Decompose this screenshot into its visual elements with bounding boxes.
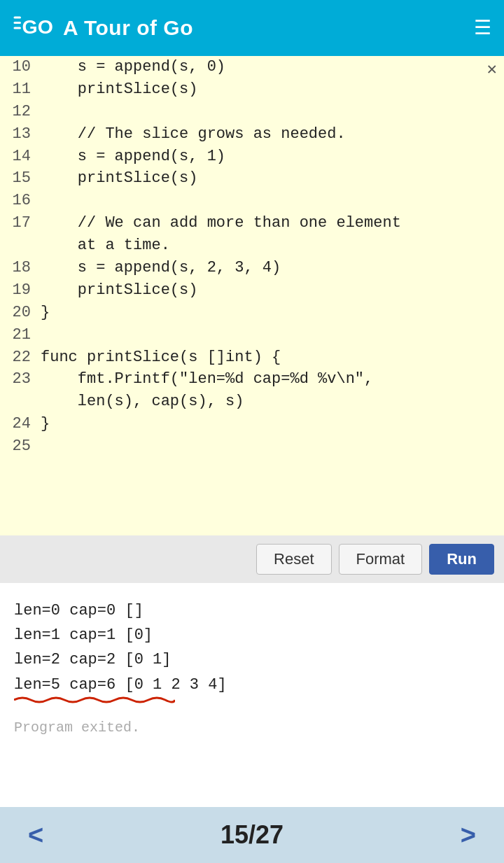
line-number: 12 xyxy=(0,101,36,123)
line-code xyxy=(36,190,504,212)
page-title: A Tour of Go xyxy=(63,16,193,40)
line-number: 25 xyxy=(0,435,36,458)
menu-icon[interactable]: ☰ xyxy=(474,16,491,40)
format-button[interactable]: Format xyxy=(339,544,423,575)
table-row: 20} xyxy=(0,302,504,324)
underlined-output-line: len=5 cap=6 [0 1 2 3 4] xyxy=(14,673,227,704)
line-number: 24 xyxy=(0,413,36,435)
line-number xyxy=(0,234,36,257)
line-code: printSlice(s) xyxy=(36,279,504,302)
table-row: 18 s = append(s, 2, 3, 4) xyxy=(0,257,504,279)
table-row: 23 fmt.Printf("len=%d cap=%d %v\n", xyxy=(0,368,504,391)
table-row: len(s), cap(s), s) xyxy=(0,391,504,413)
footer-nav: < 15/27 > xyxy=(0,807,504,863)
run-button[interactable]: Run xyxy=(429,544,494,575)
line-code: printSlice(s) xyxy=(36,167,504,190)
line-code: len(s), cap(s), s) xyxy=(36,391,504,413)
table-row: at a time. xyxy=(0,234,504,257)
table-row: 15 printSlice(s) xyxy=(0,167,504,190)
table-row: 11 printSlice(s) xyxy=(0,78,504,101)
output-line: len=1 cap=1 [0] xyxy=(14,623,490,647)
line-number: 15 xyxy=(0,167,36,190)
line-number: 23 xyxy=(0,368,36,391)
table-row: 12 xyxy=(0,101,504,123)
line-number: 17 xyxy=(0,212,36,234)
table-row: 16 xyxy=(0,190,504,212)
code-editor: ✕ 10 s = append(s, 0)11 printSlice(s)121… xyxy=(0,56,504,535)
header-left: GO A Tour of Go xyxy=(13,10,193,46)
line-number: 21 xyxy=(0,324,36,346)
output-line: len=2 cap=2 [0 1] xyxy=(14,647,490,672)
output-line: len=0 cap=0 [] xyxy=(14,598,490,623)
line-code: func printSlice(s []int) { xyxy=(36,346,504,369)
squiggle-underline-icon xyxy=(14,694,175,704)
line-number: 20 xyxy=(0,302,36,324)
line-number: 10 xyxy=(0,56,36,78)
reset-button[interactable]: Reset xyxy=(256,544,331,575)
go-logo-icon: GO xyxy=(13,10,55,46)
line-number xyxy=(0,391,36,413)
line-number: 19 xyxy=(0,279,36,302)
table-row: 14 s = append(s, 1) xyxy=(0,146,504,168)
line-number: 16 xyxy=(0,190,36,212)
table-row: 25 xyxy=(0,435,504,458)
svg-rect-2 xyxy=(14,27,22,29)
table-row: 19 printSlice(s) xyxy=(0,279,504,302)
svg-text:GO: GO xyxy=(22,15,53,38)
line-code: s = append(s, 2, 3, 4) xyxy=(36,257,504,279)
code-table: 10 s = append(s, 0)11 printSlice(s)1213 … xyxy=(0,56,504,458)
line-code: // We can add more than one element xyxy=(36,212,504,234)
svg-rect-0 xyxy=(14,17,22,19)
output-area: len=0 cap=0 []len=1 cap=1 [0]len=2 cap=2… xyxy=(0,583,504,807)
line-code: at a time. xyxy=(36,234,504,257)
line-code: } xyxy=(36,302,504,324)
line-code: } xyxy=(36,413,504,435)
table-row: 10 s = append(s, 0) xyxy=(0,56,504,78)
prev-button[interactable]: < xyxy=(28,820,43,850)
svg-rect-1 xyxy=(14,22,22,24)
line-number: 14 xyxy=(0,146,36,168)
table-row: 13 // The slice grows as needed. xyxy=(0,123,504,146)
line-code: s = append(s, 1) xyxy=(36,146,504,168)
table-row: 22func printSlice(s []int) { xyxy=(0,346,504,369)
action-bar: Reset Format Run xyxy=(0,535,504,583)
next-button[interactable]: > xyxy=(461,820,476,850)
line-number: 18 xyxy=(0,257,36,279)
app-header: GO A Tour of Go ☰ xyxy=(0,0,504,56)
line-code xyxy=(36,324,504,346)
line-code xyxy=(36,101,504,123)
close-icon[interactable]: ✕ xyxy=(487,59,497,79)
output-lines: len=0 cap=0 []len=1 cap=1 [0]len=2 cap=2… xyxy=(14,598,490,704)
line-code: s = append(s, 0) xyxy=(36,56,504,78)
line-number: 11 xyxy=(0,78,36,101)
line-number: 22 xyxy=(0,346,36,369)
line-number: 13 xyxy=(0,123,36,146)
line-code: // The slice grows as needed. xyxy=(36,123,504,146)
table-row: 21 xyxy=(0,324,504,346)
line-code xyxy=(36,435,504,458)
program-exited-text: Program exited. xyxy=(14,720,490,736)
table-row: 17 // We can add more than one element xyxy=(0,212,504,234)
table-row: 24} xyxy=(0,413,504,435)
line-code: printSlice(s) xyxy=(36,78,504,101)
page-indicator: 15/27 xyxy=(220,820,284,850)
line-code: fmt.Printf("len=%d cap=%d %v\n", xyxy=(36,368,504,391)
